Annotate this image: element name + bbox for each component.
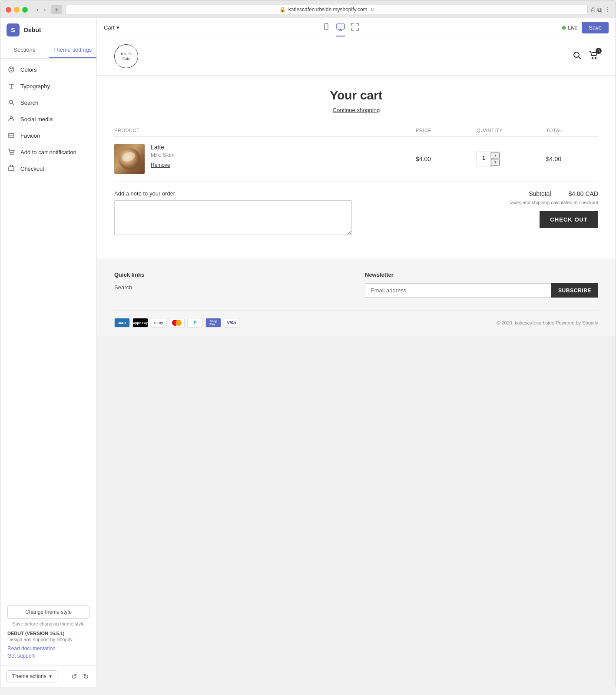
cart-dropdown[interactable]: Cart ▾ [104,24,119,31]
social-icon [7,115,15,123]
undo-button[interactable]: ↺ [70,671,79,682]
store-footer: Quick links Search Newsletter SUBSCRIBE [97,258,616,336]
subscribe-button[interactable]: SUBSCRIBE [551,283,598,298]
checkout-label: Checkout [20,165,44,172]
tab-sections[interactable]: Sections [0,42,49,58]
version-label: DEBUT (VERSION 16.5.1) [7,631,89,636]
paypal-icon: P [187,318,203,328]
mc-orange-circle [176,320,182,326]
subtotal-value: $4.00 CAD [569,190,598,197]
tab-theme-settings[interactable]: Theme settings [49,42,97,58]
save-button[interactable]: Save [582,22,609,33]
fullscreen-icon[interactable] [351,23,359,33]
svg-rect-12 [325,23,328,30]
nav-item-social-media[interactable]: Social media [0,111,96,127]
footer-search-link[interactable]: Search [114,284,132,291]
quick-links-section: Quick links Search [114,271,348,298]
search-icon [7,99,15,106]
redo-button[interactable]: ↻ [81,671,90,682]
forward-button[interactable]: › [42,5,48,14]
social-media-label: Social media [20,116,53,122]
sidebar-nav: Colors Typography Search [0,59,96,600]
remove-link[interactable]: Remove [151,162,170,168]
svg-rect-11 [9,167,14,171]
col-quantity: QUANTITY [477,128,546,133]
shopify-icon: S [11,26,15,33]
svg-point-1 [10,68,11,70]
topbar-right: Live Save [562,22,609,33]
nav-item-colors[interactable]: Colors [0,61,96,78]
sidebar-footer: Change theme style Save before changing … [0,600,96,665]
product-name: Latte [151,144,175,151]
typography-label: Typography [20,83,50,89]
fullscreen-button[interactable] [22,7,28,13]
new-window-button[interactable]: ⧉ [597,6,602,13]
search-label: Search [20,99,38,106]
menu-button[interactable]: ⋮ [604,6,610,13]
svg-rect-7 [9,133,14,138]
svg-point-3 [11,70,12,71]
nav-item-typography[interactable]: Typography [0,78,96,94]
store-search-icon[interactable] [572,50,582,62]
favicon-icon [7,132,15,139]
quantity-input: 1 ▲ ▼ [477,152,500,166]
cart-title: Your cart [114,89,598,103]
change-theme-button[interactable]: Change theme style [7,606,89,619]
sidebar-bottom-bar: Theme actions ▾ ↺ ↻ [0,665,96,687]
design-support-text: Design and support by Shopify [7,637,89,642]
back-button[interactable]: ‹ [35,5,40,14]
quantity-down[interactable]: ▼ [491,159,500,166]
latte-image [114,144,145,174]
subtotal-label: Subtotal [529,190,551,197]
quantity-up[interactable]: ▲ [491,152,500,159]
close-button[interactable] [6,7,11,13]
share-button[interactable]: ⎙ [591,6,595,13]
shopify-logo: S [7,23,20,36]
svg-point-6 [10,117,13,119]
order-note-textarea[interactable] [114,200,352,235]
nav-item-add-to-cart[interactable]: Add to cart notification [0,144,96,160]
store-cart-icon[interactable]: 0 [589,50,598,62]
preview-wrapper: Katie's Cafe [97,37,616,687]
nav-item-search[interactable]: Search [0,94,96,111]
traffic-lights [6,7,28,13]
svg-point-9 [10,154,11,155]
typography-icon [7,82,15,90]
cart-chevron-icon: ▾ [116,24,119,31]
minimize-button[interactable] [14,7,20,13]
svg-point-10 [13,154,13,155]
store-name: Debut [24,26,41,33]
store-preview: Katie's Cafe [97,37,616,423]
favicon-label: Favicon [20,132,40,139]
url-text: katiescafecurbside.myshopify.com [288,7,368,13]
change-theme-hint: Save before changing theme style [7,621,89,626]
palette-icon [7,66,15,73]
google-pay-icon: G Pay [151,318,166,328]
svg-point-0 [9,67,14,72]
amex-icon: AMEX [114,318,130,328]
shopify-pay-icon: ShopPay [205,318,221,328]
svg-point-4 [9,100,13,104]
svg-line-18 [579,57,581,60]
apple-pay-icon: Apple Pay [132,318,148,328]
tab-view-button[interactable]: ⊞ [51,5,62,14]
newsletter-email-input[interactable] [365,283,551,298]
checkout-button[interactable]: CHECK OUT [540,211,598,228]
theme-actions-button[interactable]: Theme actions ▾ [7,670,57,682]
continue-shopping-link[interactable]: Continue shopping [333,107,380,113]
mobile-icon[interactable] [322,23,330,33]
sidebar-tabs: Sections Theme settings [0,42,96,59]
nav-item-favicon[interactable]: Favicon [0,127,96,144]
nav-item-checkout[interactable]: Checkout [0,160,96,177]
col-price: PRICE [416,128,477,133]
get-support-link[interactable]: Get support [7,653,89,659]
address-bar[interactable]: 🔒 katiescafecurbside.myshopify.com ↻ [66,5,588,14]
live-indicator: Live [562,25,577,31]
desktop-icon[interactable] [336,23,345,33]
cart-bottom: Add a note to your order Subtotal $4.00 … [114,190,598,237]
store-logo: Katie's Cafe [114,44,138,68]
newsletter-input-row: SUBSCRIBE [365,283,598,298]
read-docs-link[interactable]: Read documentation [7,645,89,652]
live-label: Live [568,25,577,31]
undo-redo-buttons: ↺ ↻ [70,671,90,682]
